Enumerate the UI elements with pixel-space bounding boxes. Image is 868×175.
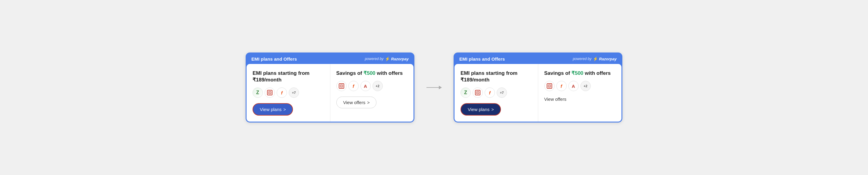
emi-plans-section-2: EMI plans starting from ₹189/month Z f +… — [455, 64, 538, 122]
bank-icon-hdfc-1: f — [277, 88, 287, 98]
widget-body-2: EMI plans starting from ₹189/month Z f +… — [455, 64, 621, 122]
emi-bank-icons-2: Z f +7 — [461, 88, 532, 98]
offers-bank-icon-axis-1: A — [361, 81, 371, 91]
widget-card-2: EMI plans and Offers powered by ⚡ Razorp… — [454, 53, 622, 122]
widget-header-1: EMI plans and Offers powered by ⚡ Razorp… — [247, 53, 413, 64]
widget-title-1: EMI plans and Offers — [251, 56, 297, 62]
widget-header-2: EMI plans and Offers powered by ⚡ Razorp… — [455, 53, 621, 64]
svg-point-2 — [270, 92, 270, 93]
offers-bank-icons-2: f A +2 — [544, 81, 616, 91]
offers-bank-icon-axis-2: A — [568, 81, 579, 91]
widget-card-1: EMI plans and Offers powered by ⚡ Razorp… — [246, 53, 414, 122]
bank-icon-more-1: +7 — [289, 88, 299, 98]
bank-icon-zest-1: Z — [253, 88, 263, 98]
arrow-shaft — [427, 87, 441, 88]
view-plans-button-2[interactable]: View plans > — [461, 103, 501, 116]
bank-icon-hdfc-2: f — [485, 88, 495, 98]
emi-bank-icons-1: Z f +7 — [253, 88, 324, 98]
offers-section-2: Savings of ₹500 with offers f A +2 View … — [538, 64, 622, 122]
bank-icon-zest-2: Z — [461, 88, 471, 98]
bank-icon-icici-1 — [265, 88, 275, 98]
view-offers-text-2: View offers — [544, 96, 567, 102]
powered-by-text-1: powered by — [365, 57, 383, 61]
offers-bank-icon-hdfc-1: f — [348, 81, 359, 91]
view-offers-button-1[interactable]: View offers > — [336, 96, 377, 108]
svg-point-8 — [477, 92, 478, 93]
razorpay-logo-1: ⚡ Razorpay — [385, 56, 409, 61]
emi-heading-2: EMI plans starting from ₹189/month — [461, 70, 532, 83]
razorpay-bolt-1: ⚡ — [385, 56, 390, 61]
main-container: EMI plans and Offers powered by ⚡ Razorp… — [246, 53, 622, 122]
widget-body-1: EMI plans starting from ₹189/month Z f +… — [247, 64, 413, 122]
razorpay-brand-1: Razorpay — [391, 57, 409, 61]
offers-section-1: Savings of ₹500 with offers f A +2 View … — [330, 64, 414, 122]
emi-plans-section-1: EMI plans starting from ₹189/month Z f +… — [247, 64, 330, 122]
emi-heading-1: EMI plans starting from ₹189/month — [253, 70, 324, 83]
offers-bank-icon-hdfc-2: f — [556, 81, 567, 91]
bank-icon-icici-2 — [472, 88, 483, 98]
view-plans-button-1[interactable]: View plans > — [253, 103, 293, 116]
razorpay-bolt-2: ⚡ — [593, 56, 598, 61]
powered-by-text-2: powered by — [572, 57, 591, 61]
razorpay-brand-2: Razorpay — [599, 57, 617, 61]
offers-bank-icon-icici-2 — [544, 81, 555, 91]
bank-icon-more-2: +7 — [497, 88, 507, 98]
svg-point-5 — [341, 86, 342, 87]
powered-by-2: powered by ⚡ Razorpay — [572, 56, 617, 61]
offers-bank-icon-more-2: +2 — [581, 81, 591, 91]
offers-bank-icon-icici-1 — [336, 81, 347, 91]
svg-point-11 — [549, 86, 550, 87]
razorpay-logo-2: ⚡ Razorpay — [593, 56, 617, 61]
powered-by-1: powered by ⚡ Razorpay — [365, 56, 409, 61]
offers-bank-icon-more-1: +2 — [373, 81, 383, 91]
offers-heading-2: Savings of ₹500 with offers — [544, 70, 616, 77]
arrow-divider — [424, 87, 444, 88]
offers-bank-icons-1: f A +2 — [336, 81, 408, 91]
offers-heading-1: Savings of ₹500 with offers — [336, 70, 408, 77]
widget-title-2: EMI plans and Offers — [459, 56, 505, 62]
